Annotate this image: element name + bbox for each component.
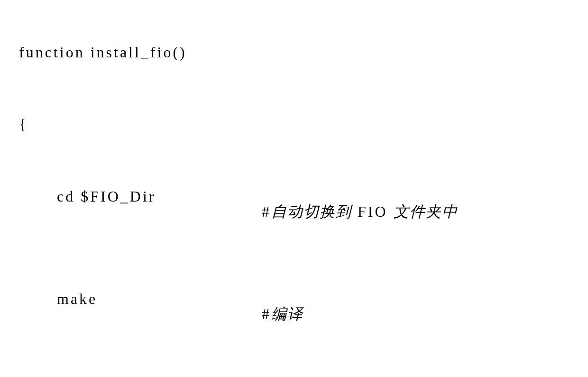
code-line-open-brace: { xyxy=(19,117,569,132)
comment-cjk: 文件夹中 xyxy=(394,203,458,220)
comment-cjk: 编译 xyxy=(271,305,303,322)
command-text: make xyxy=(57,291,228,337)
indent xyxy=(19,291,57,337)
code-text: function install_fio() xyxy=(19,45,187,60)
code-line-function-decl: function install_fio() xyxy=(19,45,569,60)
comment-hash: # xyxy=(262,305,271,322)
code-line-make: make #编译 xyxy=(19,291,569,337)
comment-hash: # xyxy=(262,203,271,220)
code-line-cd-dir: cd $FIO_Dir #自动切换到 FIO 文件夹中 xyxy=(19,189,569,234)
comment-ascii: FIO xyxy=(352,203,394,220)
command-text: cd $FIO_Dir xyxy=(57,189,228,234)
indent xyxy=(19,189,57,234)
code-block: function install_fio() { cd $FIO_Dir #自动… xyxy=(19,14,569,377)
comment: #自动切换到 FIO 文件夹中 xyxy=(228,189,458,234)
code-text: { xyxy=(19,117,28,132)
comment-cjk: 自动切换到 xyxy=(271,203,352,220)
comment: #编译 xyxy=(228,291,303,337)
